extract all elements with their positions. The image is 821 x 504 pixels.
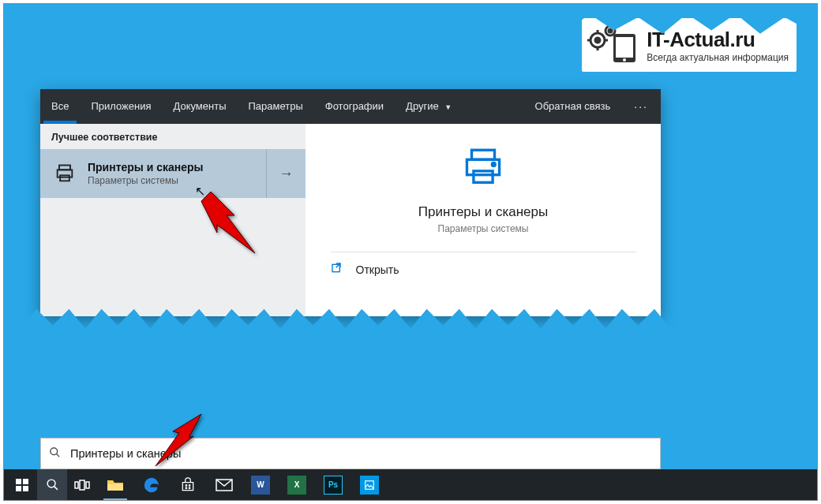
windows-search-panel: Все Приложения Документы Параметры Фотог… <box>40 89 661 316</box>
taskbar: W X Ps <box>4 469 817 500</box>
photos-icon <box>360 476 379 495</box>
top-fragment: Все Приложения Документы Параметры Фотог… <box>4 4 817 335</box>
svg-point-9 <box>595 38 600 43</box>
open-icon <box>331 262 343 277</box>
tab-documents[interactable]: Документы <box>162 89 237 124</box>
best-match-subtitle: Параметры системы <box>88 175 204 186</box>
search-panel-header: Все Приложения Документы Параметры Фотог… <box>40 89 661 124</box>
mail-button[interactable] <box>206 469 242 500</box>
tab-all[interactable]: Все <box>40 89 80 124</box>
best-match-result[interactable]: Принтеры и сканеры Параметры системы → ↖ <box>40 149 306 198</box>
start-button[interactable] <box>7 469 37 500</box>
svg-rect-3 <box>472 150 495 159</box>
chevron-down-icon: ▼ <box>444 103 452 111</box>
arrow-right-icon: → <box>279 166 294 182</box>
svg-rect-2 <box>60 175 69 181</box>
expand-result-button[interactable]: → <box>266 149 306 198</box>
svg-rect-25 <box>23 486 28 491</box>
feedback-link[interactable]: Обратная связь <box>524 89 622 124</box>
search-icon <box>46 478 59 491</box>
windows-logo-icon <box>16 479 28 491</box>
open-label: Открыть <box>356 263 399 276</box>
open-action[interactable]: Открыть <box>331 262 636 277</box>
svg-rect-35 <box>189 487 191 489</box>
printer-icon <box>51 160 78 187</box>
preview-title: Принтеры и сканеры <box>418 204 549 220</box>
store-icon <box>180 477 196 493</box>
svg-rect-33 <box>189 484 191 487</box>
svg-point-20 <box>51 448 58 455</box>
search-icon <box>49 446 61 461</box>
more-options-button[interactable]: ··· <box>621 89 661 124</box>
svg-rect-34 <box>186 487 188 489</box>
task-view-icon <box>74 480 90 491</box>
results-left-column: Лучшее соответствие Принтеры и сканеры П… <box>40 124 306 316</box>
svg-rect-24 <box>16 486 21 491</box>
tab-more-label: Другие <box>406 100 439 112</box>
svg-rect-17 <box>616 37 633 58</box>
svg-point-15 <box>609 29 612 32</box>
mail-icon <box>216 479 233 491</box>
edge-icon <box>143 476 160 494</box>
photoshop-icon: Ps <box>324 476 343 495</box>
svg-rect-5 <box>474 171 493 183</box>
preview-subtitle: Параметры системы <box>438 223 529 234</box>
task-view-button[interactable] <box>67 469 97 500</box>
tab-photos[interactable]: Фотографии <box>314 89 395 124</box>
svg-rect-29 <box>80 480 84 490</box>
photos-button[interactable] <box>351 469 388 500</box>
word-icon: W <box>251 476 270 495</box>
best-match-title: Принтеры и сканеры <box>88 161 204 175</box>
photoshop-button[interactable]: Ps <box>315 469 351 500</box>
svg-rect-30 <box>86 482 89 488</box>
preview-printer-icon <box>458 144 508 193</box>
svg-rect-31 <box>107 484 123 491</box>
tab-apps[interactable]: Приложения <box>80 89 162 124</box>
word-button[interactable]: W <box>242 469 279 500</box>
svg-point-26 <box>47 480 55 487</box>
excel-button[interactable]: X <box>279 469 315 500</box>
svg-point-18 <box>623 58 626 62</box>
watermark-subtitle: Всегда актуальная информация <box>647 52 789 63</box>
svg-point-6 <box>492 162 495 166</box>
taskbar-search-box[interactable]: Принтеры и сканеры <box>40 438 661 469</box>
best-match-heading: Лучшее соответствие <box>40 124 306 149</box>
svg-line-27 <box>54 487 57 490</box>
excel-icon: X <box>287 476 306 495</box>
watermark-title: IT-Actual.ru <box>647 28 789 52</box>
tab-settings[interactable]: Параметры <box>237 89 313 124</box>
search-text: Принтеры и сканеры <box>70 447 181 460</box>
svg-rect-22 <box>16 479 21 484</box>
folder-icon <box>107 478 124 492</box>
edge-button[interactable] <box>133 469 170 500</box>
taskbar-search-button[interactable] <box>37 469 67 500</box>
tab-more[interactable]: Другие ▼ <box>395 89 463 124</box>
divider <box>331 252 636 252</box>
svg-rect-32 <box>186 484 188 487</box>
file-explorer-button[interactable] <box>97 469 133 500</box>
svg-rect-23 <box>23 479 28 484</box>
store-button[interactable] <box>170 469 206 500</box>
svg-line-21 <box>56 454 59 457</box>
svg-rect-28 <box>75 482 78 488</box>
results-preview-column: Принтеры и сканеры Параметры системы Отк… <box>306 124 661 316</box>
